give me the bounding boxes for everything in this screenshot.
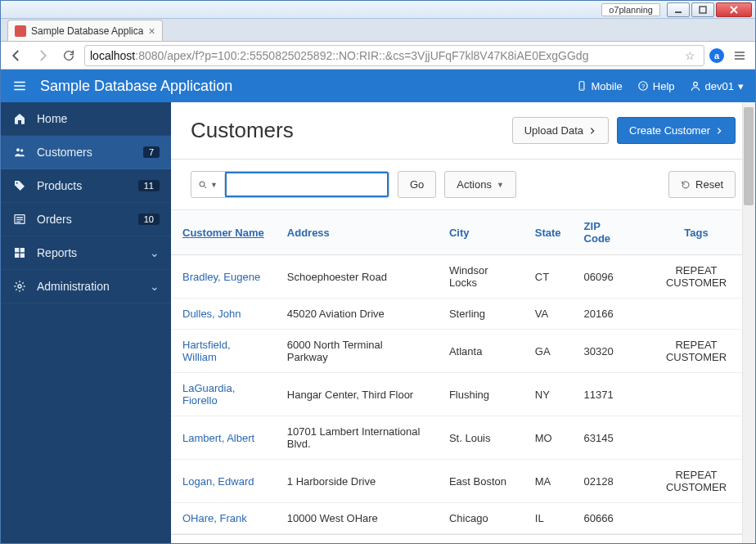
browser-tab[interactable]: Sample Database Applica × (7, 20, 163, 41)
chevron-right-icon (588, 127, 596, 135)
table-row: Hartsfield, William6000 North Terminal P… (171, 330, 755, 373)
browser-menu-button[interactable] (729, 45, 750, 66)
scrollbar[interactable] (742, 102, 755, 543)
table-row: OHare, Frank10000 West OHareChicagoIL606… (171, 503, 755, 534)
cell-state: MO (524, 416, 573, 460)
svg-point-6 (693, 82, 697, 86)
cell-address: 45020 Aviation Drive (276, 299, 438, 330)
customer-name-link[interactable]: Bradley, Eugene (171, 255, 276, 299)
customer-name-link[interactable]: Lambert, Albert (171, 416, 276, 460)
home-icon (12, 112, 27, 125)
cell-zip: 06096 (573, 255, 637, 299)
sidebar-badge: 11 (138, 180, 160, 191)
window-maximize-button[interactable] (691, 2, 714, 17)
column-header[interactable]: Address (276, 210, 438, 255)
help-label: Help (653, 80, 675, 92)
column-header[interactable]: Customer Name (171, 210, 276, 255)
reset-button[interactable]: Reset (668, 171, 736, 198)
users-icon (12, 146, 27, 159)
help-link[interactable]: ? Help (637, 80, 675, 92)
tab-close-icon[interactable]: × (148, 25, 155, 38)
customer-name-link[interactable]: OHare, Frank (171, 503, 276, 534)
tag-icon (12, 179, 27, 192)
cell-address: 10000 West OHare (276, 503, 438, 534)
search-column-dropdown[interactable]: ▼ (191, 174, 225, 196)
os-titlebar: o7planning (1, 1, 755, 19)
table-row: Logan, Edward1 Harborside DriveEast Bost… (171, 460, 755, 503)
column-header[interactable]: State (524, 210, 573, 255)
column-header[interactable]: Tags (637, 210, 755, 255)
window-minimize-button[interactable] (667, 2, 690, 17)
cell-zip: 11371 (573, 373, 637, 416)
cell-tags (637, 503, 755, 534)
o7-badge: o7planning (601, 3, 660, 16)
svg-rect-12 (20, 248, 25, 252)
undo-icon (681, 180, 691, 190)
customer-name-link[interactable]: Hartsfield, William (171, 330, 276, 373)
upload-data-button[interactable]: Upload Data (512, 117, 609, 144)
upload-label: Upload Data (524, 124, 583, 137)
cell-tags: REPEAT CUSTOMER (637, 330, 755, 373)
sidebar-badge: 7 (143, 146, 160, 158)
nav-reload-button[interactable] (58, 45, 79, 66)
browser-toolbar: localhost:8080/apex/f?p=100:2:5550825025… (1, 42, 755, 70)
cell-city: Flushing (438, 373, 524, 416)
customer-name-link[interactable]: Logan, Edward (171, 460, 276, 503)
sidebar-item-reports[interactable]: Reports⌄ (1, 236, 171, 270)
mobile-label: Mobile (592, 80, 623, 92)
chevron-down-icon: ⌄ (150, 246, 160, 259)
cell-city: Windsor Locks (438, 255, 524, 299)
sidebar-item-orders[interactable]: Orders10 (1, 203, 171, 236)
column-header[interactable]: ZIP Code (573, 210, 637, 255)
chevron-down-icon: ▼ (210, 181, 218, 189)
cell-city: Atlanta (438, 330, 524, 373)
actions-dropdown[interactable]: Actions ▼ (444, 171, 516, 198)
bookmark-star-icon[interactable]: ☆ (685, 49, 695, 62)
chevron-right-icon (715, 127, 723, 135)
sidebar-item-customers[interactable]: Customers7 (1, 136, 171, 169)
search-input[interactable] (225, 172, 389, 197)
app-header: Sample Database Application Mobile ? Hel… (1, 70, 755, 102)
cell-state: IL (524, 503, 573, 534)
go-button[interactable]: Go (398, 171, 436, 198)
user-menu[interactable]: dev01 ▾ (690, 80, 744, 92)
svg-rect-11 (15, 248, 19, 252)
column-header[interactable]: City (438, 210, 524, 255)
svg-point-9 (16, 182, 18, 184)
cell-zip: 30320 (573, 330, 637, 373)
main-content: Customers Upload Data Create Customer (171, 102, 755, 543)
create-customer-button[interactable]: Create Customer (617, 117, 736, 144)
sidebar-item-label: Home (37, 112, 160, 125)
app-title: Sample Database Application (40, 78, 232, 95)
sidebar-item-home[interactable]: Home (1, 102, 171, 136)
cell-tags: REPEAT CUSTOMER (637, 255, 755, 299)
cell-tags (637, 373, 755, 416)
cell-zip: 63145 (573, 416, 637, 460)
nav-back-button[interactable] (6, 45, 27, 66)
os-title-blur (4, 3, 601, 16)
favicon-icon (15, 25, 26, 37)
cell-tags (637, 416, 755, 460)
help-icon: ? (637, 80, 649, 92)
sidebar-item-administration[interactable]: Administration⌄ (1, 270, 171, 303)
svg-text:?: ? (641, 83, 645, 90)
table-row: LaGuardia, FiorelloHangar Center, Third … (171, 373, 755, 416)
customer-name-link[interactable]: LaGuardia, Fiorello (171, 373, 276, 416)
cell-tags (637, 299, 755, 330)
cell-address: Schoephoester Road (276, 255, 438, 299)
customer-name-link[interactable]: Dulles, John (171, 299, 276, 330)
extension-badge[interactable]: a (709, 48, 724, 63)
mobile-icon (576, 80, 587, 92)
cell-state: NY (524, 373, 573, 416)
url-input[interactable]: localhost:8080/apex/f?p=100:2:5550825025… (84, 45, 704, 66)
nav-forward-button[interactable] (32, 45, 53, 66)
cell-address: Hangar Center, Third Floor (276, 373, 438, 416)
sidebar-toggle-button[interactable] (12, 79, 27, 93)
window-close-button[interactable] (716, 2, 752, 17)
scrollbar-thumb[interactable] (744, 107, 754, 205)
sidebar-item-products[interactable]: Products11 (1, 169, 171, 203)
mobile-link[interactable]: Mobile (576, 80, 623, 92)
search-icon (198, 180, 208, 190)
sidebar-badge: 10 (138, 214, 160, 225)
cell-zip: 20166 (573, 299, 637, 330)
